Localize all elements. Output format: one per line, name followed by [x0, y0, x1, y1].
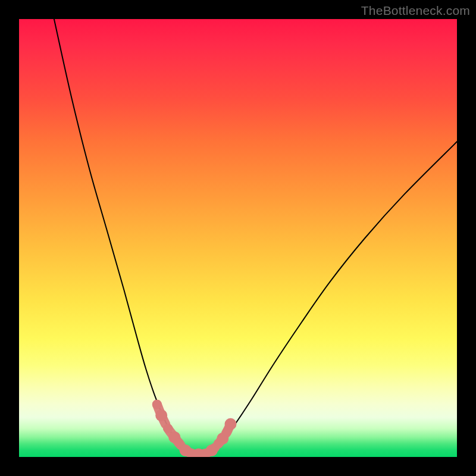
marker-dot	[155, 409, 167, 421]
outer-frame: TheBottleneck.com	[0, 0, 476, 476]
bottleneck-curve	[19, 19, 457, 457]
watermark-text: TheBottleneck.com	[361, 4, 470, 18]
curve-path-group	[54, 19, 457, 455]
curve-path	[54, 19, 457, 455]
marker-dot	[152, 400, 162, 409]
curve-markers-group	[152, 400, 237, 457]
plot-area	[19, 19, 457, 457]
marker-dot	[163, 424, 173, 433]
marker-dot	[224, 418, 236, 430]
